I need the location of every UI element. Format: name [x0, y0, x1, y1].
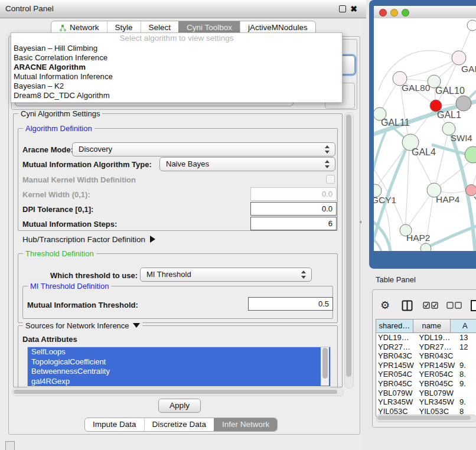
apply-button[interactable]: Apply	[158, 399, 201, 413]
settings-horizontal-scrollbar[interactable]	[12, 388, 344, 396]
node-label: GCY1	[374, 195, 396, 205]
column-header-name[interactable]: name	[413, 319, 451, 332]
document-icon[interactable]	[470, 299, 476, 312]
mi-type-label: Mutual Information Algorithm Type:	[22, 160, 152, 169]
combo-value: Naive Bayes	[166, 159, 209, 168]
sources-toggle[interactable]: Sources for Network Inference	[23, 321, 142, 330]
algorithm-option-list: Bayesian – Hill ClimbingBasic Correlatio…	[11, 44, 342, 100]
tab-impute-data[interactable]: Impute Data	[85, 418, 144, 431]
mi-algorithm-type-combo[interactable]: Naive Bayes	[159, 157, 335, 171]
table-row[interactable]: YBL079WYBL079W	[376, 389, 476, 398]
table-cell: YDR27…	[418, 343, 459, 352]
algorithm-option[interactable]: Bayesian – K2	[11, 81, 342, 91]
table-row[interactable]: YDL19…YDL19…13	[376, 333, 476, 343]
gear-icon[interactable]: ⚙	[380, 298, 390, 313]
scrollbar-thumb[interactable]	[346, 115, 351, 377]
hub-definition-label: Hub/Transcription Factor Definition	[22, 235, 145, 244]
panel-splitter-handle[interactable]: ◂	[359, 219, 361, 224]
table-cell	[458, 389, 476, 398]
scrollbar-thumb[interactable]	[14, 390, 337, 394]
table-cell: YBL079W	[418, 389, 459, 398]
select-all-icon[interactable]	[423, 302, 438, 309]
table-cell: YPR145W	[418, 361, 459, 370]
table-row[interactable]: YBR043CYBR043C	[376, 351, 476, 361]
node-label: GAL	[461, 64, 476, 74]
network-node[interactable]	[467, 20, 476, 31]
table-cell: YBR043C	[376, 351, 418, 361]
mi-steps-input[interactable]: 6	[250, 217, 337, 230]
combo-spinner-icon	[324, 159, 330, 169]
table-cell: YBL079W	[376, 389, 418, 398]
mi-steps-label: Mutual Information Steps:	[22, 220, 117, 229]
column-header-partial[interactable]: A	[451, 319, 476, 332]
which-threshold-combo[interactable]: MI Threshold	[140, 268, 312, 282]
table-horizontal-scrollbar[interactable]	[376, 415, 476, 422]
network-canvas[interactable]: GALGAL80GAL10GAL1GAL11SWI4GAL4GCY1HAP4YH…	[374, 18, 476, 251]
manual-kernel-checkbox[interactable]	[326, 175, 335, 184]
network-graph[interactable]: GALGAL80GAL10GAL1GAL11SWI4GAL4GCY1HAP4YH…	[374, 18, 476, 251]
tab-discretize-data[interactable]: Discretize Data	[144, 418, 214, 431]
table-row[interactable]: YER054CYER054C8.	[376, 370, 476, 379]
algorithm-placeholder: Select algorithm to view settings	[11, 33, 342, 44]
table-row[interactable]: YDR27…YDR27…12	[376, 343, 476, 352]
network-node[interactable]	[465, 146, 476, 163]
table-cell: YBR043C	[418, 351, 459, 361]
mac-minimize-icon[interactable]	[390, 9, 398, 17]
algorithm-option[interactable]: Mutual Information Inference	[11, 72, 342, 81]
control-panel-titlebar: Control Panel ✖	[0, 0, 366, 18]
mac-zoom-icon[interactable]	[402, 9, 409, 17]
algorithm-option[interactable]: ARACNE Algorithm	[11, 63, 342, 72]
aracne-mode-combo[interactable]: Discovery	[72, 142, 335, 156]
network-icon	[59, 24, 67, 32]
dpi-tolerance-input[interactable]: 0.0	[250, 202, 337, 216]
docked-panel-icon[interactable]	[5, 441, 15, 450]
network-edge[interactable]	[405, 142, 409, 230]
node-table: shared… name A YDL19…YDL19…13YDR27…YDR27…	[376, 319, 476, 416]
node-label: SWI4	[451, 133, 472, 143]
table-cell	[458, 351, 476, 361]
algorithm-option[interactable]: Dream8 DC_TDC Algorithm	[11, 91, 342, 100]
tab-infer-network[interactable]: Infer Network	[214, 418, 277, 431]
algorithm-option[interactable]: Bayesian – Hill Climbing	[11, 44, 342, 53]
mac-close-icon[interactable]	[379, 9, 387, 17]
attribute-item[interactable]: SelfLoops	[28, 347, 330, 357]
aracne-mode-label: Aracne Mode:	[22, 145, 73, 154]
node-label: GAL11	[381, 118, 410, 128]
network-node[interactable]	[456, 96, 471, 111]
node-label: HAP4	[436, 194, 460, 204]
node-label: HAP2	[406, 233, 431, 243]
float-panel-icon[interactable]	[338, 5, 347, 13]
table-row[interactable]: YPR145WYPR145W9.	[376, 361, 476, 370]
hub-definition-toggle[interactable]: Hub/Transcription Factor Definition	[22, 235, 155, 244]
column-layout-icon[interactable]	[402, 300, 413, 311]
column-header-shared-name[interactable]: shared…	[376, 319, 413, 332]
attribute-item[interactable]: gal4RGexp	[28, 377, 330, 387]
table-cell: 9.	[458, 361, 476, 370]
network-window-titlebar[interactable]	[374, 6, 476, 19]
scrollbar-thumb[interactable]	[322, 348, 328, 379]
attributes-scrollbar[interactable]	[321, 347, 329, 386]
data-attributes-list: SelfLoopsTopologicalCoefficientBetweenne…	[27, 347, 331, 387]
group-title: Algorithm Definition	[23, 124, 94, 133]
attribute-item[interactable]: BetweennessCentrality	[28, 367, 330, 377]
kernel-width-input[interactable]: 0.0	[250, 187, 337, 201]
panel-title: Control Panel	[5, 4, 54, 13]
algorithm-option[interactable]: Basic Correlation Inference	[11, 53, 342, 63]
close-panel-icon[interactable]: ✖	[350, 5, 358, 13]
network-edge[interactable]	[400, 58, 459, 79]
deselect-all-icon[interactable]	[446, 302, 462, 309]
settings-vertical-scrollbar[interactable]	[344, 112, 354, 389]
network-node[interactable]	[452, 51, 466, 65]
combo-spinner-icon	[301, 270, 306, 279]
table-row[interactable]: YBR045CYBR045C9.	[376, 379, 476, 389]
table-row[interactable]: YLR345WYLR345W9.	[376, 397, 476, 407]
network-edge[interactable]	[425, 224, 476, 248]
table-cell: YBR045C	[418, 379, 459, 389]
group-title: Threshold Definition	[23, 249, 96, 258]
attribute-item[interactable]: TopologicalCoefficient	[28, 357, 330, 367]
table-cell: YBR045C	[376, 379, 418, 389]
network-node[interactable]	[420, 243, 431, 251]
node-label: GAL10	[435, 86, 465, 96]
scrollbar-thumb[interactable]	[377, 416, 471, 420]
mi-threshold-input[interactable]: 0.5	[248, 297, 333, 311]
